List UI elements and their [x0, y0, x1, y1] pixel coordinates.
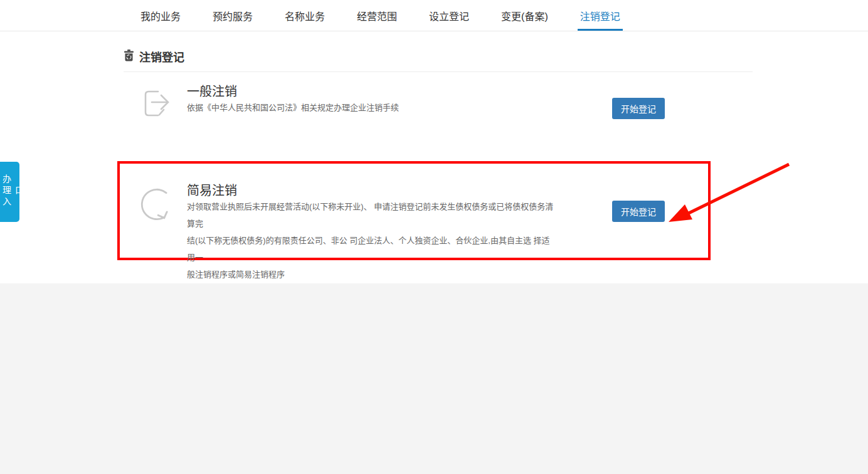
service-desc-line: 般注销程序或简易注销程序: [187, 266, 556, 283]
tab-name-business[interactable]: 名称业务: [283, 0, 326, 31]
section-title: 注销登记: [139, 48, 184, 65]
top-navigation: 我的业务 预约服务 名称业务 经营范围 设立登记 变更(备案) 注销登记: [0, 0, 868, 31]
service-desc-line: 对领取营业执照后未开展经营活动(以下称未开业)、 申请注销登记前未发生债权债务或…: [187, 198, 556, 232]
page: 我的业务 预约服务 名称业务 经营范围 设立登记 变更(备案) 注销登记 注销登…: [0, 0, 868, 474]
service-title-general: 一般注销: [187, 82, 237, 100]
tab-business-scope[interactable]: 经营范围: [356, 0, 398, 31]
service-title-simple: 简易注销: [187, 181, 237, 199]
trash-icon: [124, 50, 134, 64]
section-divider: [124, 71, 753, 72]
service-desc-line: 结(以下称无债权债务)的有限责任公司、非公 司企业法人、个人独资企业、合伙企业,…: [187, 232, 556, 266]
tab-my-business[interactable]: 我的业务: [139, 0, 182, 31]
entry-portal-tab[interactable]: 办理入口: [0, 162, 19, 222]
tab-deregistration[interactable]: 注销登记: [579, 0, 622, 31]
footer: 中国政府网 国家部委网站 驻港澳机构网站 省政府部门网站 地级以上市网站 各省区…: [0, 283, 868, 474]
red-pointer-arrow-icon: [662, 159, 795, 232]
tab-change-record[interactable]: 变更(备案): [500, 0, 549, 31]
start-registration-button-general[interactable]: 开始登记: [612, 98, 665, 119]
section-header: 注销登记: [124, 48, 184, 65]
service-desc-simple: 对领取营业执照后未开展经营活动(以下称未开业)、 申请注销登记前未发生债权债务或…: [187, 198, 556, 283]
logout-arrow-icon: [139, 87, 173, 124]
tab-appointment[interactable]: 预约服务: [211, 0, 254, 31]
service-desc-general: 依据《中华人民共和国公司法》相关规定办理企业注销手续: [187, 99, 399, 116]
start-registration-button-simple[interactable]: 开始登记: [612, 201, 665, 222]
refresh-circle-icon: [139, 187, 174, 224]
tab-establishment[interactable]: 设立登记: [428, 0, 470, 31]
